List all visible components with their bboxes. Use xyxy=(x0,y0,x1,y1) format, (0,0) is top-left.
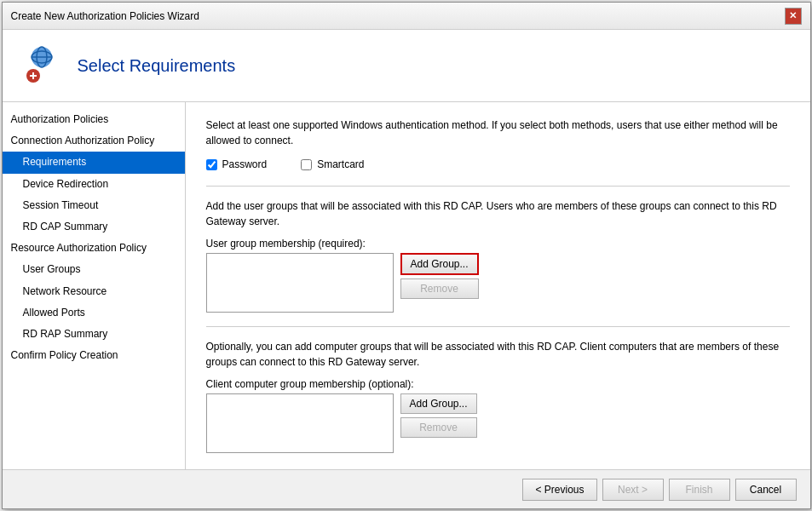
smartcard-checkbox-label[interactable]: Smartcard xyxy=(301,158,364,170)
sidebar-item-device-redirection[interactable]: Device Redirection xyxy=(3,174,185,195)
sidebar-item-auth-policies[interactable]: Authorization Policies xyxy=(3,109,185,130)
sidebar-item-requirements[interactable]: Requirements xyxy=(3,152,185,173)
dialog-title: Create New Authorization Policies Wizard xyxy=(11,10,199,22)
title-bar: Create New Authorization Policies Wizard… xyxy=(3,3,810,30)
sidebar-item-resource-auth-policy[interactable]: Resource Authorization Policy xyxy=(3,238,185,259)
next-button[interactable]: Next > xyxy=(602,479,664,501)
sidebar-item-connection-auth-policy[interactable]: Connection Authorization Policy xyxy=(3,130,185,152)
dialog-window: Create New Authorization Policies Wizard… xyxy=(2,2,811,509)
sidebar-item-user-groups[interactable]: User Groups xyxy=(3,259,185,280)
sidebar: Authorization Policies Connection Author… xyxy=(3,102,186,469)
add-group-button-1[interactable]: Add Group... xyxy=(400,253,479,275)
password-checkbox-label[interactable]: Password xyxy=(206,158,268,170)
header-section: Select Requirements xyxy=(3,30,810,102)
auth-checkboxes: Password Smartcard xyxy=(206,158,790,170)
auth-method-desc: Select at least one supported Windows au… xyxy=(206,118,790,148)
sidebar-item-allowed-ports[interactable]: Allowed Ports xyxy=(3,302,185,324)
computer-group-row: Add Group... Remove xyxy=(206,393,790,453)
user-group-desc: Add the user groups that will be associa… xyxy=(206,198,790,229)
main-content: Select at least one supported Windows au… xyxy=(186,102,810,469)
finish-button[interactable]: Finish xyxy=(669,479,730,501)
close-button[interactable]: ✕ xyxy=(785,8,802,25)
footer: < Previous Next > Finish Cancel xyxy=(3,469,810,508)
remove-button-2[interactable]: Remove xyxy=(400,417,477,438)
user-group-field-label: User group membership (required): xyxy=(206,238,790,250)
sidebar-item-rd-rap-summary[interactable]: RD RAP Summary xyxy=(3,324,185,345)
computer-group-desc: Optionally, you can add computer groups … xyxy=(206,339,790,370)
sidebar-item-rd-cap-summary[interactable]: RD CAP Summary xyxy=(3,216,185,238)
password-label: Password xyxy=(222,158,268,170)
previous-button[interactable]: < Previous xyxy=(522,479,596,501)
sidebar-item-confirm-policy[interactable]: Confirm Policy Creation xyxy=(3,345,185,366)
user-group-listbox[interactable] xyxy=(206,253,394,313)
divider-2 xyxy=(206,326,790,327)
user-group-btn-group: Add Group... Remove xyxy=(400,253,479,299)
page-title: Select Requirements xyxy=(78,56,236,76)
user-group-row: Add Group... Remove xyxy=(206,253,790,313)
computer-group-btn-group: Add Group... Remove xyxy=(400,393,477,438)
smartcard-checkbox[interactable] xyxy=(301,159,312,170)
body: Authorization Policies Connection Author… xyxy=(3,102,810,469)
computer-group-listbox[interactable] xyxy=(206,393,394,453)
sidebar-item-network-resource[interactable]: Network Resource xyxy=(3,281,185,302)
smartcard-label: Smartcard xyxy=(317,158,364,170)
password-checkbox[interactable] xyxy=(206,159,217,170)
cancel-button[interactable]: Cancel xyxy=(735,479,797,501)
computer-group-field-label: Client computer group membership (option… xyxy=(206,378,790,390)
divider-1 xyxy=(206,186,790,187)
sidebar-item-session-timeout[interactable]: Session Timeout xyxy=(3,195,185,216)
remove-button-1[interactable]: Remove xyxy=(400,278,479,299)
add-group-button-2[interactable]: Add Group... xyxy=(400,393,477,414)
wizard-icon xyxy=(20,43,64,88)
